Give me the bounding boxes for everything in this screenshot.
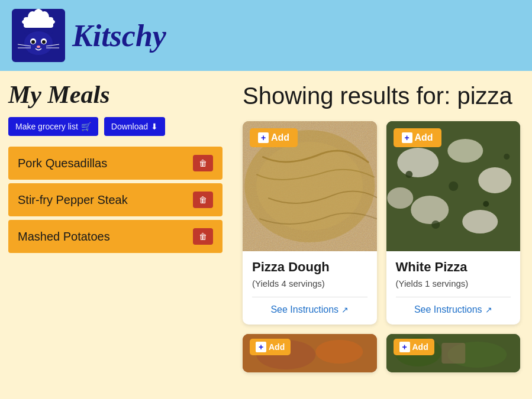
search-results-title: Showing results for: pizza	[243, 83, 520, 109]
download-label: Download	[111, 122, 148, 131]
sidebar: My Meals Make grocery list 🛒 Download ⬇ …	[0, 71, 231, 399]
add-label: Add	[415, 132, 433, 143]
recipe-servings: (Yields 4 servings)	[252, 278, 367, 288]
add-recipe-button[interactable]: + Add	[394, 128, 441, 147]
sidebar-title: My Meals	[8, 80, 223, 109]
svg-point-23	[256, 142, 363, 231]
meal-name: Pork Quesadillas	[18, 157, 107, 170]
instructions-label: See Instructions	[414, 304, 482, 315]
svg-point-40	[315, 340, 363, 364]
svg-point-36	[504, 154, 510, 160]
svg-point-32	[405, 171, 412, 178]
add-recipe-button[interactable]: + Add	[250, 339, 291, 355]
svg-point-34	[483, 201, 489, 207]
logo-icon	[12, 9, 65, 62]
plus-icon: +	[399, 342, 410, 352]
external-link-icon: ↗	[341, 305, 349, 314]
svg-point-30	[462, 210, 498, 233]
download-icon: ⬇	[151, 122, 158, 131]
meal-name: Mashed Potatoes	[18, 230, 110, 244]
plus-icon: +	[258, 132, 269, 143]
add-label: Add	[412, 342, 428, 352]
download-button[interactable]: Download ⬇	[104, 117, 165, 136]
see-instructions-link[interactable]: See Instructions ↗	[396, 304, 511, 315]
meal-item: Stir-fry Pepper Steak 🗑	[8, 183, 223, 216]
svg-point-27	[447, 139, 483, 163]
svg-point-35	[431, 220, 440, 229]
recipe-image-container: + Add	[243, 121, 377, 251]
svg-point-33	[449, 181, 458, 191]
plus-icon: +	[402, 132, 412, 143]
svg-point-7	[24, 31, 53, 55]
recipe-card: + Add Pizza Dough (Yields 4 servings) Se…	[243, 121, 377, 325]
divider	[396, 297, 511, 297]
trash-icon: 🗑	[199, 195, 207, 205]
trash-icon: 🗑	[199, 158, 207, 168]
svg-point-13	[42, 40, 46, 44]
recipe-name: White Pizza	[396, 259, 511, 275]
make-grocery-list-button[interactable]: Make grocery list 🛒	[8, 117, 98, 136]
instructions-label: See Instructions	[270, 304, 338, 315]
svg-point-26	[397, 148, 439, 177]
recipe-image-container: + Add	[386, 121, 521, 251]
recipe-card: + Add	[243, 334, 377, 372]
svg-point-28	[478, 167, 511, 193]
sidebar-actions: Make grocery list 🛒 Download ⬇	[8, 117, 223, 136]
svg-rect-45	[441, 343, 465, 364]
svg-point-14	[37, 46, 40, 48]
app-title: Kitschy	[72, 18, 166, 53]
recipe-grid: + Add Pizza Dough (Yields 4 servings) Se…	[243, 121, 520, 372]
recipe-image-container: + Add	[243, 334, 377, 372]
add-recipe-button[interactable]: + Add	[250, 128, 298, 147]
svg-point-31	[387, 187, 413, 209]
meal-item: Pork Quesadillas 🗑	[8, 147, 223, 180]
delete-meal-button[interactable]: 🗑	[193, 228, 213, 245]
plus-icon: +	[256, 342, 266, 352]
svg-point-5	[40, 11, 49, 23]
add-label: Add	[271, 132, 289, 143]
add-label: Add	[269, 342, 285, 352]
main-layout: My Meals Make grocery list 🛒 Download ⬇ …	[0, 71, 532, 399]
svg-point-12	[31, 40, 35, 44]
add-recipe-button[interactable]: + Add	[394, 339, 434, 355]
recipe-image-container: + Add	[386, 334, 521, 372]
recipe-info: White Pizza (Yields 1 servings) See Inst…	[386, 251, 521, 325]
recipe-name: Pizza Dough	[252, 259, 367, 275]
delete-meal-button[interactable]: 🗑	[193, 155, 213, 171]
trash-icon: 🗑	[199, 232, 207, 241]
recipe-card: + Add White Pizza (Yields 1 servings) Se…	[386, 121, 521, 325]
svg-point-29	[411, 196, 449, 224]
grocery-cart-icon: 🛒	[81, 122, 91, 131]
meal-name: Stir-fry Pepper Steak	[18, 193, 128, 207]
recipe-servings: (Yields 1 servings)	[396, 278, 511, 288]
delete-meal-button[interactable]: 🗑	[193, 192, 213, 208]
main-content: Showing results for: pizza	[231, 71, 532, 399]
divider	[252, 297, 367, 297]
meal-item: Mashed Potatoes 🗑	[8, 220, 223, 253]
grocery-list-label: Make grocery list	[15, 122, 78, 131]
recipe-card: + Add	[386, 334, 521, 372]
logo-container: Kitschy	[12, 9, 166, 62]
recipe-info: Pizza Dough (Yields 4 servings) See Inst…	[243, 251, 377, 325]
external-link-icon: ↗	[485, 305, 492, 314]
see-instructions-link[interactable]: See Instructions ↗	[252, 304, 367, 315]
app-header: Kitschy	[0, 0, 532, 71]
